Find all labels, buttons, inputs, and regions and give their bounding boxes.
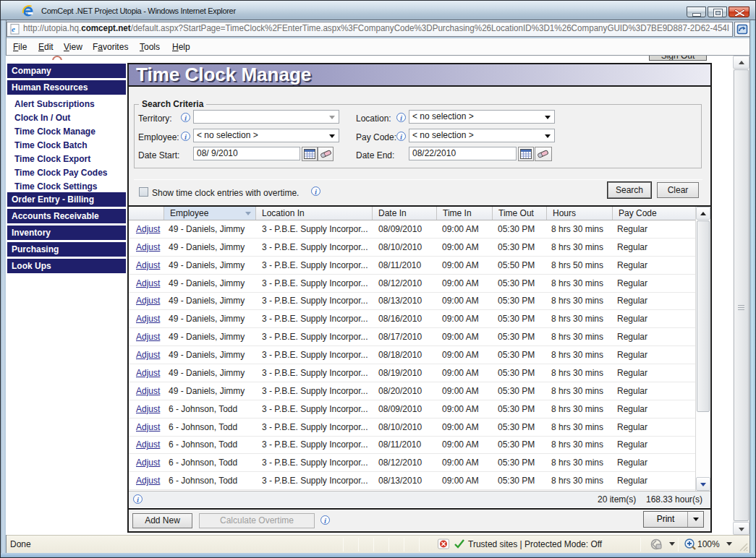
svg-text:e: e bbox=[12, 25, 15, 33]
